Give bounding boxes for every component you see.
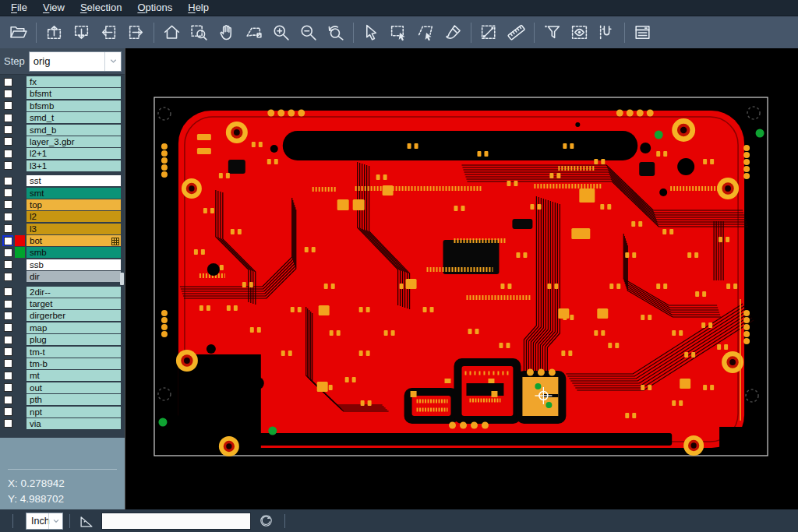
layer-color-swatch[interactable] — [15, 160, 25, 171]
toolbar-pan-hand-button[interactable] — [213, 19, 240, 46]
layer-label[interactable]: top — [26, 199, 121, 210]
layer-visibility-checkbox[interactable] — [2, 125, 13, 136]
layer-label[interactable]: via — [26, 418, 121, 429]
toolbar-zoom-in-button[interactable] — [267, 19, 295, 46]
toolbar-zoom-previous-button[interactable] — [322, 19, 349, 46]
layer-visibility-checkbox[interactable] — [2, 407, 13, 417]
layer-color-swatch[interactable] — [15, 370, 25, 381]
layer-label[interactable]: bfsmt — [26, 88, 121, 99]
toolbar-show-region-button[interactable] — [566, 19, 593, 46]
menu-item-view[interactable]: View — [35, 0, 72, 16]
layer-color-swatch[interactable] — [15, 358, 25, 369]
layer-label[interactable]: smt — [26, 188, 121, 199]
layer-color-swatch[interactable] — [15, 334, 25, 345]
toolbar-home-button[interactable] — [158, 19, 185, 46]
layer-label[interactable]: smd_t — [26, 112, 121, 123]
toolbar-layers-panel-button[interactable] — [629, 19, 656, 46]
layer-visibility-checkbox[interactable] — [2, 247, 13, 258]
layer-color-swatch[interactable] — [15, 88, 25, 99]
layer-color-swatch[interactable] — [15, 199, 25, 210]
layer-visibility-checkbox[interactable] — [2, 287, 13, 298]
layer-visibility-checkbox[interactable] — [2, 211, 13, 222]
layer-label[interactable]: dir — [26, 271, 121, 282]
layer-label[interactable]: mt — [26, 370, 121, 381]
angle-measure-icon[interactable] — [78, 513, 95, 530]
layer-visibility-checkbox[interactable] — [2, 370, 13, 381]
layer-color-swatch[interactable] — [15, 148, 25, 159]
refresh-icon[interactable] — [259, 513, 274, 528]
layer-label[interactable]: smd_b — [26, 125, 121, 136]
layer-label[interactable]: l3+1 — [26, 160, 121, 171]
layer-label[interactable]: tm-t — [26, 347, 121, 358]
layer-label[interactable]: bfsmb — [26, 100, 121, 111]
layer-color-swatch[interactable] — [15, 418, 25, 429]
layer-visibility-checkbox[interactable] — [2, 271, 13, 282]
layer-label[interactable]: dirgerber — [26, 310, 121, 321]
layer-color-swatch[interactable] — [15, 322, 25, 333]
layer-list-scrollbar[interactable] — [120, 273, 124, 285]
layer-label[interactable]: map — [26, 322, 121, 333]
layer-visibility-checkbox[interactable] — [2, 224, 13, 234]
layer-visibility-checkbox[interactable] — [2, 100, 13, 111]
layer-visibility-checkbox[interactable] — [2, 112, 13, 123]
layer-color-swatch[interactable] — [15, 259, 25, 270]
layer-color-swatch[interactable] — [15, 382, 25, 393]
toolbar-zoom-window-button[interactable] — [185, 19, 213, 46]
layer-label[interactable]: layer_3.gbr — [26, 136, 121, 147]
unit-dropdown[interactable]: Inch — [26, 513, 63, 530]
layer-color-swatch[interactable] — [15, 175, 25, 186]
layer-label[interactable]: out — [26, 382, 121, 393]
layer-label[interactable]: l3 — [26, 224, 121, 234]
layer-label[interactable]: fx — [26, 76, 121, 87]
toolbar-select-polygon-button[interactable] — [412, 19, 440, 46]
layer-visibility-checkbox[interactable] — [2, 175, 13, 186]
layer-color-swatch[interactable] — [15, 235, 25, 246]
toolbar-zoom-polygon-button[interactable] — [240, 19, 267, 46]
layer-color-swatch[interactable] — [15, 310, 25, 321]
layer-visibility-checkbox[interactable] — [2, 418, 13, 429]
layer-visibility-checkbox[interactable] — [2, 199, 13, 210]
toolbar-zoom-out-button[interactable] — [295, 19, 322, 46]
toolbar-box-arrow-up-button[interactable] — [41, 19, 68, 46]
layer-label[interactable]: target — [26, 298, 121, 309]
layer-color-swatch[interactable] — [15, 247, 25, 258]
layer-visibility-checkbox[interactable] — [2, 160, 13, 171]
command-input[interactable] — [101, 513, 251, 530]
step-dropdown[interactable]: orig — [29, 51, 122, 72]
pcb-canvas[interactable] — [125, 48, 798, 509]
layer-visibility-checkbox[interactable] — [2, 347, 13, 358]
layer-visibility-checkbox[interactable] — [2, 322, 13, 333]
layer-visibility-checkbox[interactable] — [2, 76, 13, 87]
toolbar-snap-magnet-button[interactable] — [593, 19, 620, 46]
layer-visibility-checkbox[interactable] — [2, 148, 13, 159]
toolbar-ruler-button[interactable] — [503, 19, 530, 46]
layer-color-swatch[interactable] — [15, 347, 25, 358]
layer-color-swatch[interactable] — [15, 112, 25, 123]
layer-label[interactable]: l2 — [26, 211, 121, 222]
layer-color-swatch[interactable] — [15, 394, 25, 405]
menu-item-file[interactable]: File — [3, 0, 35, 16]
layer-visibility-checkbox[interactable] — [2, 358, 13, 369]
layer-color-swatch[interactable] — [15, 100, 25, 111]
toolbar-select-pointer-button[interactable] — [358, 19, 385, 46]
layer-color-swatch[interactable] — [15, 224, 25, 234]
layer-color-swatch[interactable] — [15, 287, 25, 298]
layer-visibility-checkbox[interactable] — [2, 394, 13, 405]
layer-color-swatch[interactable] — [15, 298, 25, 309]
toolbar-open-folder-button[interactable] — [5, 19, 32, 46]
layer-color-swatch[interactable] — [15, 125, 25, 136]
toolbar-box-arrow-left-button[interactable] — [95, 19, 122, 46]
layer-color-swatch[interactable] — [15, 136, 25, 147]
toolbar-box-arrow-down-button[interactable] — [68, 19, 95, 46]
layer-color-swatch[interactable] — [15, 407, 25, 417]
layer-color-swatch[interactable] — [15, 188, 25, 199]
layer-label[interactable]: bot — [26, 235, 121, 246]
toolbar-measure-diagonal-button[interactable] — [475, 19, 503, 46]
layer-label[interactable]: sst — [26, 175, 121, 186]
layer-label[interactable]: npt — [26, 407, 121, 417]
layer-color-swatch[interactable] — [15, 271, 25, 282]
menu-item-help[interactable]: Help — [180, 0, 217, 16]
layer-color-swatch[interactable] — [15, 211, 25, 222]
layer-visibility-checkbox[interactable] — [2, 310, 13, 321]
layer-label[interactable]: pth — [26, 394, 121, 405]
